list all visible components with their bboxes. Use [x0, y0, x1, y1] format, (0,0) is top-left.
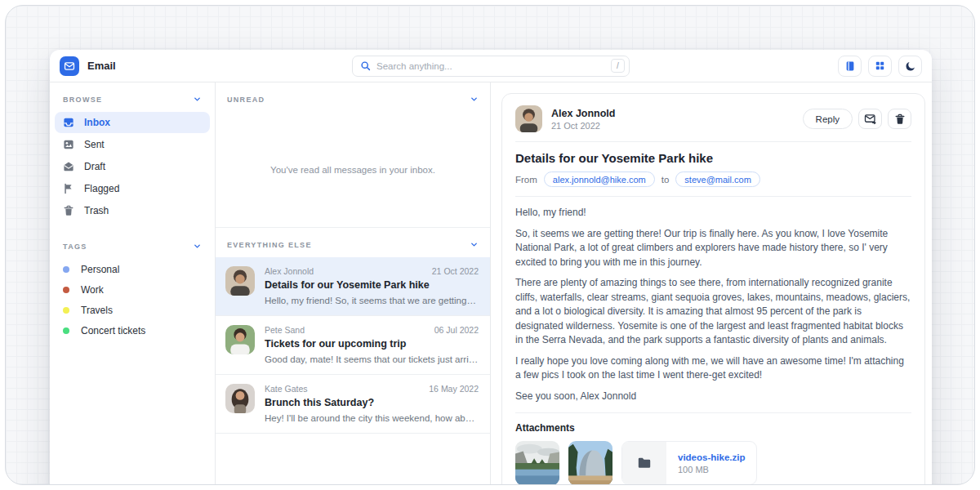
- sidebar-item-label: Sent: [84, 139, 105, 150]
- email-detail-column: Alex Jonnold 21 Oct 2022 Reply: [491, 82, 932, 485]
- email-sender: Kate Gates: [265, 384, 308, 394]
- email-list-item[interactable]: Alex Jonnold 21 Oct 2022 Details for our…: [216, 257, 490, 316]
- brand: Email: [60, 56, 116, 76]
- body-paragraph: So, it seems we are getting there! Our t…: [515, 227, 911, 270]
- attachment-file-name: videos-hike.zip: [678, 452, 745, 462]
- sidebar-item-trash[interactable]: Trash: [55, 200, 210, 221]
- body-paragraph: See you soon, Alex Jonnold: [515, 390, 911, 404]
- attachment-file-size: 100 MB: [678, 465, 745, 474]
- attachment-photo-yosemite-valley[interactable]: [515, 441, 559, 485]
- detail-date: 21 Oct 2022: [551, 121, 794, 131]
- avatar: [225, 384, 255, 413]
- sidebar-item-flagged[interactable]: Flagged: [55, 178, 210, 199]
- detail-sender-name: Alex Jonnold: [551, 108, 794, 119]
- divider: [515, 196, 911, 197]
- mail-forward-icon: [864, 113, 876, 125]
- email-preview: Good day, mate! It seems that our ticket…: [265, 354, 479, 364]
- detail-subject: Details for our Yosemite Park hike: [515, 151, 911, 165]
- chevron-down-icon: [470, 95, 479, 104]
- email-sender: Pete Sand: [265, 325, 305, 335]
- unread-section-header[interactable]: UNREAD: [216, 82, 490, 112]
- sidebar-item-label: Flagged: [84, 183, 119, 194]
- desktop-background: Email /: [0, 0, 980, 490]
- sidebar-item-sent[interactable]: Sent: [55, 134, 210, 155]
- browse-section-title: BROWSE: [63, 96, 102, 104]
- browse-section-header[interactable]: BROWSE: [55, 82, 210, 112]
- envelope-icon: [64, 60, 75, 72]
- unread-empty-message: You've read all messages in your inbox.: [270, 165, 435, 175]
- tag-label: Personal: [81, 264, 119, 275]
- attachment-photo-half-dome[interactable]: [568, 441, 612, 485]
- email-preview: Hey! I'll be around the city this weeken…: [265, 413, 479, 423]
- from-label: From: [515, 175, 537, 185]
- inbox-icon: [63, 117, 74, 128]
- email-body-text: Hello, my friend! So, it seems we are ge…: [515, 206, 911, 403]
- folder-icon: [637, 456, 652, 470]
- tag-label: Concert tickets: [81, 325, 145, 336]
- unread-section-title: UNREAD: [227, 96, 265, 104]
- tag-item-personal[interactable]: Personal: [55, 259, 210, 279]
- reply-button[interactable]: Reply: [803, 109, 853, 129]
- email-subject: Tickets for our upcoming trip: [265, 338, 479, 350]
- apps-grid-button[interactable]: [868, 56, 892, 77]
- email-list-item[interactable]: Pete Sand 06 Jul 2022 Tickets for our up…: [216, 316, 490, 375]
- tag-color-dot: [63, 287, 69, 293]
- flag-icon: [63, 183, 74, 194]
- sent-icon: [63, 139, 74, 150]
- search-shortcut-badge: /: [611, 59, 625, 73]
- trash-icon: [894, 114, 906, 125]
- from-to-row: From alex.jonnold@hike.com to steve@mail…: [515, 172, 911, 187]
- sidebar-item-label: Trash: [84, 205, 109, 216]
- divider: [515, 412, 911, 413]
- search-icon: [360, 60, 371, 71]
- tags-section-title: TAGS: [63, 243, 87, 251]
- body-paragraph: I really hope you love coming along with…: [515, 354, 911, 383]
- forward-mail-button[interactable]: [858, 109, 882, 129]
- sidebar-item-draft[interactable]: Draft: [55, 156, 210, 177]
- email-subject: Brunch this Saturday?: [265, 397, 479, 408]
- sidebar-item-label: Draft: [84, 161, 105, 172]
- topbar: Email /: [50, 50, 932, 82]
- topbar-actions: [838, 56, 922, 77]
- detail-actions: Reply: [803, 109, 911, 129]
- everything-else-section-title: EVERYTHING ELSE: [227, 241, 312, 249]
- to-email-chip[interactable]: steve@mail.com: [675, 172, 760, 187]
- tag-color-dot: [63, 327, 69, 334]
- tag-item-work[interactable]: Work: [55, 279, 210, 300]
- chevron-down-icon: [470, 240, 479, 249]
- detail-header: Alex Jonnold 21 Oct 2022 Reply: [515, 105, 911, 132]
- email-date: 16 May 2022: [429, 384, 479, 394]
- sidebar-item-inbox[interactable]: Inbox: [55, 112, 210, 133]
- chevron-down-icon: [193, 95, 202, 104]
- apps-grid-icon: [875, 60, 885, 71]
- email-subject: Details for our Yosemite Park hike: [265, 279, 479, 291]
- everything-else-section-header[interactable]: EVERYTHING ELSE: [216, 228, 490, 257]
- delete-button[interactable]: [888, 109, 911, 129]
- draft-icon: [63, 161, 74, 172]
- email-detail-card: Alex Jonnold 21 Oct 2022 Reply: [501, 93, 925, 485]
- attachment-file-card[interactable]: videos-hike.zip 100 MB: [621, 441, 757, 485]
- tag-item-travels[interactable]: Travels: [55, 300, 210, 320]
- avatar: [225, 325, 255, 354]
- email-list-item[interactable]: Kate Gates 16 May 2022 Brunch this Satur…: [216, 375, 490, 434]
- main-layout: BROWSE Inbox: [50, 82, 932, 485]
- email-preview: Hello, my friend! So, it seems that we a…: [265, 296, 479, 305]
- sidebar-item-label: Inbox: [84, 117, 110, 128]
- tags-section-header[interactable]: TAGS: [55, 229, 210, 259]
- app-title: Email: [87, 60, 116, 72]
- body-paragraph: Hello, my friend!: [515, 206, 911, 220]
- sidebar: BROWSE Inbox: [50, 82, 215, 485]
- search-bar[interactable]: /: [352, 56, 630, 77]
- notebook-button[interactable]: [838, 56, 862, 77]
- email-date: 21 Oct 2022: [432, 266, 479, 276]
- search-input[interactable]: [376, 61, 605, 71]
- tag-item-concert-tickets[interactable]: Concert tickets: [55, 320, 210, 341]
- attachments-title: Attachments: [515, 422, 911, 434]
- unread-empty-state: You've read all messages in your inbox.: [216, 112, 490, 227]
- tag-color-dot: [63, 307, 69, 314]
- tag-label: Travels: [81, 305, 113, 316]
- notebook-icon: [844, 60, 856, 72]
- tag-color-dot: [63, 266, 69, 273]
- dark-mode-toggle[interactable]: [898, 56, 922, 77]
- from-email-chip[interactable]: alex.jonnold@hike.com: [544, 172, 655, 187]
